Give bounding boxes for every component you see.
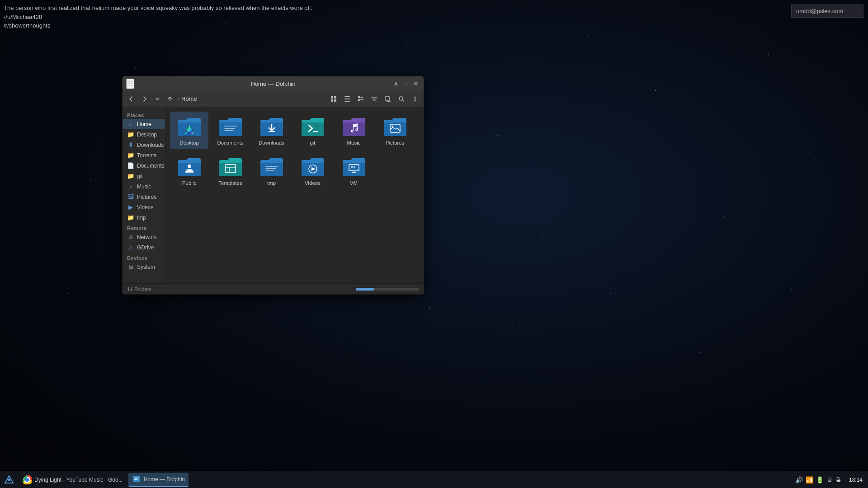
tray-battery-icon[interactable]: 🔋	[816, 476, 824, 483]
sidebar-item-home[interactable]: ⌂ Home	[123, 119, 165, 129]
sidebar-item-git[interactable]: 📁 git	[123, 171, 165, 181]
tmp-icon: 📁	[127, 214, 134, 221]
tray-monitor-icon[interactable]: 🖥	[826, 476, 832, 483]
tray-network-icon[interactable]: 📶	[806, 476, 813, 483]
forward-button[interactable]	[139, 94, 151, 104]
folder-item-git[interactable]: git	[293, 112, 332, 149]
menu-button[interactable]	[409, 94, 421, 104]
folder-item-documents[interactable]: Documents	[211, 112, 250, 149]
svg-rect-35	[351, 166, 353, 168]
window-controls: ∧ ○ ✕	[392, 80, 420, 88]
preview-button[interactable]	[382, 94, 394, 104]
close-button[interactable]: ✕	[412, 80, 420, 88]
sidebar-item-network[interactable]: ⊕ Network	[123, 232, 165, 242]
sidebar-label-documents: Documents	[137, 163, 165, 169]
main-area: Places ⌂ Home 📁 Desktop ⬇ Downloads 📁 To…	[123, 107, 424, 283]
sidebar-item-documents[interactable]: 📄 Documents	[123, 160, 165, 171]
home-icon: ⌂	[127, 121, 134, 127]
sidebar-item-desktop[interactable]: 📁 Desktop	[123, 129, 165, 140]
view-details-button[interactable]	[355, 94, 367, 104]
breadcrumb-current[interactable]: Home	[181, 95, 197, 102]
title-bar: ☰ Home — Dolphin ∧ ○ ✕	[123, 76, 424, 91]
chrome-app-label: Dying Light - YouTube Music - Goo...	[34, 477, 123, 483]
folder-item-templates[interactable]: Templates	[211, 152, 250, 189]
folder-count: 11 Folders	[127, 286, 351, 292]
status-bar: 11 Folders	[123, 283, 424, 294]
folder-item-videos[interactable]: Videos	[293, 152, 332, 189]
documents-icon: 📄	[127, 162, 134, 169]
places-label: Places	[123, 110, 165, 119]
remote-label: Remote	[123, 223, 165, 232]
sidebar-item-downloads[interactable]: ⬇ Downloads	[123, 140, 165, 150]
svg-rect-4	[344, 96, 350, 97]
breadcrumb-separator: ›	[178, 96, 179, 102]
svg-point-18	[187, 127, 192, 132]
sidebar-item-videos[interactable]: ▶ Videos	[123, 202, 165, 212]
folder-icon-tmp	[259, 155, 284, 178]
folder-item-public[interactable]: Public	[170, 152, 208, 189]
git-icon: 📁	[127, 173, 134, 179]
folder-item-downloads[interactable]: Downloads	[252, 112, 291, 149]
network-icon: ⊕	[127, 234, 134, 240]
sidebar-item-system[interactable]: 🖥 System	[123, 262, 165, 272]
view-icons-button[interactable]	[328, 94, 340, 104]
sidebar-item-gdrive[interactable]: △ GDrive	[123, 242, 165, 253]
folder-item-tmp[interactable]: tmp	[252, 152, 291, 189]
pictures-icon: 🖼	[127, 193, 134, 200]
folder-label-music: Music	[347, 140, 360, 146]
folder-icon-vm	[341, 155, 367, 178]
sort-button[interactable]	[368, 94, 380, 104]
down-arrow-button[interactable]	[152, 95, 162, 103]
folder-icon-pictures	[382, 114, 408, 138]
sidebar-label-tmp: tmp	[137, 215, 146, 221]
up-dir-button[interactable]	[164, 94, 176, 104]
quote-source: -/u/Miichaa428	[4, 13, 312, 22]
sidebar-label-music: Music	[137, 183, 151, 190]
taskbar-app-dolphin[interactable]: Home — Dolphin	[128, 473, 189, 487]
folder-item-desktop[interactable]: Desktop	[170, 112, 208, 149]
svg-point-38	[8, 479, 10, 481]
folder-grid: Desktop Documents Downloads git	[170, 112, 419, 189]
file-view: Desktop Documents Downloads git	[165, 107, 424, 283]
sidebar-item-music[interactable]: ♪ Music	[123, 181, 165, 192]
sidebar-item-torrents[interactable]: 📁 Torrents	[123, 150, 165, 160]
tray-audio-icon[interactable]: 🔊	[795, 476, 803, 483]
svg-rect-42	[133, 476, 140, 482]
minimize-button[interactable]: ∧	[392, 80, 400, 88]
videos-icon: ▶	[127, 204, 134, 211]
folder-item-music[interactable]: Music	[335, 112, 373, 149]
svg-rect-1	[334, 96, 336, 99]
folder-icon-git	[300, 114, 326, 138]
user-info-panel: umdd@psles.com	[791, 5, 863, 18]
folder-item-vm[interactable]: VM	[335, 152, 373, 189]
folder-item-pictures[interactable]: Pictures	[376, 112, 414, 149]
search-button[interactable]	[396, 94, 407, 104]
dolphin-app-icon	[132, 475, 141, 484]
folder-icon-documents	[218, 114, 243, 138]
sidebar-label-system: System	[137, 264, 155, 270]
view-compact-button[interactable]	[341, 94, 353, 104]
toolbar: › Home	[123, 91, 424, 107]
sidebar-item-tmp[interactable]: 📁 tmp	[123, 212, 165, 223]
tray-weather-icon[interactable]: 🌤	[835, 476, 841, 483]
hamburger-menu-button[interactable]: ☰	[126, 79, 134, 89]
window-title: Home — Dolphin	[251, 80, 296, 87]
back-button[interactable]	[125, 94, 137, 104]
taskbar-app-chrome[interactable]: Dying Light - YouTube Music - Goo...	[19, 473, 127, 487]
svg-rect-6	[344, 101, 350, 102]
tray-icons: 🔊 📶 🔋 🖥 🌤	[795, 476, 841, 483]
svg-point-13	[415, 96, 416, 98]
start-button[interactable]	[2, 473, 16, 487]
svg-point-14	[415, 98, 416, 99]
sidebar-label-torrents: Torrents	[137, 152, 156, 159]
scrollbar[interactable]	[356, 288, 419, 291]
sidebar-label-downloads: Downloads	[137, 142, 164, 148]
sidebar-label-gdrive: GDrive	[137, 244, 154, 251]
maximize-button[interactable]: ○	[402, 80, 410, 88]
sidebar-item-pictures[interactable]: 🖼 Pictures	[123, 192, 165, 202]
svg-rect-36	[354, 166, 355, 168]
chrome-app-icon	[23, 475, 32, 484]
svg-point-26	[188, 164, 191, 168]
folder-icon-templates	[218, 155, 243, 178]
folder-label-desktop: Desktop	[179, 140, 198, 146]
